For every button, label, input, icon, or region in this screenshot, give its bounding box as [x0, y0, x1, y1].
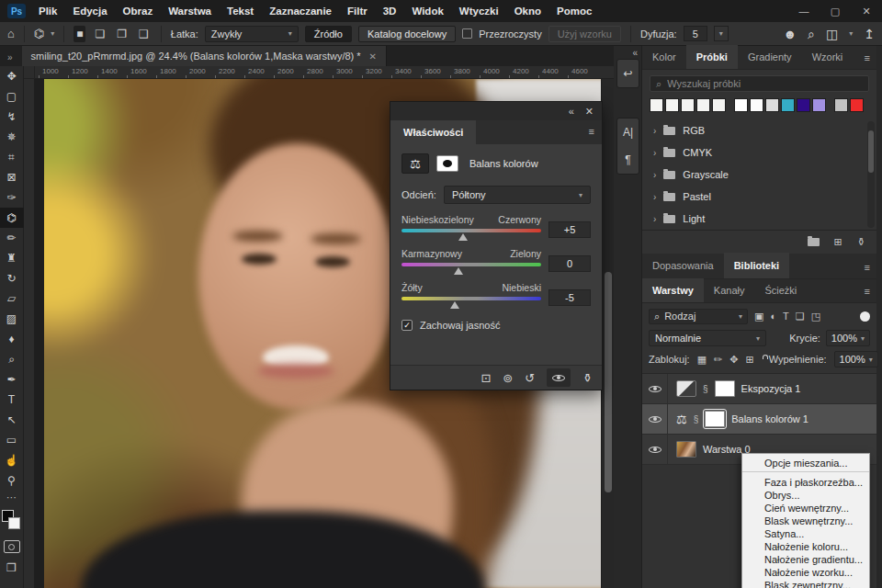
- swatch-scrollbar[interactable]: [867, 121, 875, 228]
- color-chips[interactable]: [1, 509, 23, 533]
- visibility-cell[interactable]: [642, 404, 668, 434]
- preserve-luminosity-checkbox[interactable]: ✓: [401, 320, 413, 331]
- share-icon[interactable]: ↥: [864, 28, 875, 40]
- selection-subtract-icon[interactable]: ❐: [114, 26, 130, 42]
- selection-intersect-icon[interactable]: ❑: [136, 26, 152, 42]
- vertical-scrollbar[interactable]: [601, 79, 614, 588]
- swatch[interactable]: [681, 98, 695, 112]
- move-tool[interactable]: ✥: [0, 66, 24, 86]
- patch-mode-select[interactable]: Zwykły ▾: [205, 26, 299, 42]
- menu-item-satyna-[interactable]: Satyna...: [742, 527, 869, 540]
- tab-properties[interactable]: Właściwości: [390, 120, 476, 144]
- panel-menu-icon[interactable]: ≡: [865, 52, 870, 63]
- exposure-adjustment-icon[interactable]: [676, 380, 696, 397]
- eyedropper-tool[interactable]: ✑: [0, 187, 24, 208]
- layer-mask-thumbnail[interactable]: [705, 411, 725, 427]
- rectangle-tool[interactable]: ▭: [0, 430, 24, 450]
- close-panel-icon[interactable]: ✕: [585, 106, 594, 118]
- layer-row-balans-kolorow[interactable]: ⚖ § Balans kolorów 1: [642, 404, 876, 435]
- chevron-right-icon[interactable]: ›: [653, 126, 656, 136]
- menu-edycja[interactable]: Edycja: [73, 6, 107, 17]
- swatch[interactable]: [781, 98, 795, 112]
- quick-mask-button[interactable]: [4, 540, 20, 553]
- panel-menu-icon[interactable]: ≡: [589, 126, 594, 137]
- slider-track[interactable]: [401, 263, 541, 266]
- diffusion-input[interactable]: 5: [684, 26, 707, 41]
- swatch-folder-pastel[interactable]: ›Pastel: [642, 186, 876, 208]
- magenta-green-value[interactable]: 0: [548, 255, 591, 272]
- background-color[interactable]: [8, 517, 20, 529]
- blur-tool[interactable]: ♦: [0, 329, 24, 349]
- patch-tool-preset-icon[interactable]: ⌬: [34, 28, 44, 40]
- path-selection-tool[interactable]: ↖: [0, 410, 24, 430]
- character-panel-icon[interactable]: A|: [616, 119, 639, 146]
- swatch[interactable]: [765, 98, 779, 112]
- quick-selection-tool[interactable]: ✵: [0, 127, 24, 147]
- filter-adjustment-icon[interactable]: ◐: [770, 311, 776, 322]
- menu-item-blask-zewnętrzny-[interactable]: Blask zewnętrzny...: [742, 579, 869, 588]
- selection-new-icon[interactable]: ■: [74, 26, 85, 42]
- menu-item-cień-wewnętrzny-[interactable]: Cień wewnętrzny...: [742, 502, 869, 514]
- swatch-folder-grayscale[interactable]: ›Grayscale: [642, 164, 876, 186]
- filter-type-icon[interactable]: T: [783, 311, 789, 322]
- fill-select[interactable]: 100% ▾: [834, 351, 878, 368]
- swatch[interactable]: [850, 98, 864, 112]
- edit-toolbar-icon[interactable]: ⋯: [0, 491, 24, 503]
- swatch-folder-cmyk[interactable]: ›CMYK: [642, 141, 876, 164]
- tab-dopasowania[interactable]: Dopasowania: [642, 253, 724, 278]
- tab-overflow-icon[interactable]: »: [7, 52, 13, 62]
- layer-name[interactable]: Ekspozycja 1: [741, 383, 801, 394]
- chevron-down-icon[interactable]: ▾: [51, 29, 54, 38]
- clip-to-layer-icon[interactable]: ⊡: [481, 371, 491, 385]
- workspace-icon[interactable]: ◫: [826, 28, 838, 40]
- menu-item-obrys-[interactable]: Obrys...: [742, 489, 869, 502]
- tab-kolor[interactable]: Kolor: [642, 45, 686, 69]
- swatch[interactable]: [665, 98, 679, 112]
- crop-tool[interactable]: ⌗: [0, 147, 24, 167]
- menu-wtyczki[interactable]: Wtyczki: [459, 6, 499, 17]
- lock-position-icon[interactable]: ✥: [729, 354, 738, 366]
- menu-item-nałożenie-wzorku-[interactable]: Nałożenie wzorku...: [742, 566, 869, 579]
- tone-select[interactable]: Półtony ▾: [444, 186, 591, 204]
- lock-artboard-icon[interactable]: ⊞: [745, 354, 753, 366]
- menu-item-faza-i-płaskorzeźba-[interactable]: Faza i płaskorzeźba...: [742, 476, 869, 489]
- chevron-right-icon[interactable]: ›: [653, 148, 656, 158]
- account-icon[interactable]: ☻: [783, 28, 797, 40]
- swatch[interactable]: [734, 98, 748, 112]
- swatch[interactable]: [834, 98, 848, 112]
- menu-plik[interactable]: Plik: [39, 6, 57, 17]
- layer-name[interactable]: Balans kolorów 1: [731, 413, 808, 424]
- lasso-tool[interactable]: ↯: [0, 107, 24, 127]
- tab-biblioteki[interactable]: Biblioteki: [724, 253, 790, 278]
- swatch[interactable]: [696, 98, 710, 112]
- tab-probki[interactable]: Próbki: [686, 45, 738, 69]
- tab-kanaly[interactable]: Kanały: [704, 278, 755, 302]
- slider-track[interactable]: [401, 229, 541, 232]
- tab-sciezki[interactable]: Ścieżki: [754, 278, 807, 302]
- search-icon[interactable]: ⌕: [808, 28, 815, 40]
- opacity-select[interactable]: 100% ▾: [826, 330, 870, 346]
- menu-zaznaczanie[interactable]: Zaznaczanie: [269, 6, 332, 17]
- visibility-cell[interactable]: [642, 435, 668, 464]
- swatch-folder-light[interactable]: ›Light: [642, 208, 876, 230]
- menu-filtr[interactable]: Filtr: [347, 6, 368, 17]
- swatch[interactable]: [750, 98, 763, 112]
- lock-pixels-icon[interactable]: ✏: [714, 354, 722, 366]
- menu-item-blask-wewnętrzny-[interactable]: Blask wewnętrzny...: [742, 514, 869, 527]
- slider-track[interactable]: [401, 297, 541, 300]
- previous-state-icon[interactable]: ⊚: [503, 371, 513, 385]
- swatch[interactable]: [712, 98, 726, 112]
- diffusion-dropdown[interactable]: ▾: [714, 26, 729, 41]
- panel-menu-icon[interactable]: ≡: [865, 286, 870, 297]
- document-tab[interactable]: smiling_t20_pRmrmd.jpg @ 24.4% (Balans k…: [22, 46, 387, 66]
- zoom-tool[interactable]: ⚲: [0, 470, 24, 491]
- menu-item-nałożenie-gradientu-[interactable]: Nałożenie gradientu...: [742, 553, 869, 566]
- chevron-right-icon[interactable]: ›: [653, 170, 656, 180]
- menu-warstwa[interactable]: Warstwa: [168, 6, 211, 17]
- history-brush-tool[interactable]: ↻: [0, 268, 24, 288]
- cyan-red-value[interactable]: +5: [548, 221, 591, 238]
- filter-shape-icon[interactable]: ❏: [796, 311, 805, 322]
- history-panel-icon[interactable]: ↩: [616, 60, 639, 87]
- gradient-tool[interactable]: ▨: [0, 309, 24, 329]
- swatch-folder-rgb[interactable]: ›RGB: [642, 119, 876, 141]
